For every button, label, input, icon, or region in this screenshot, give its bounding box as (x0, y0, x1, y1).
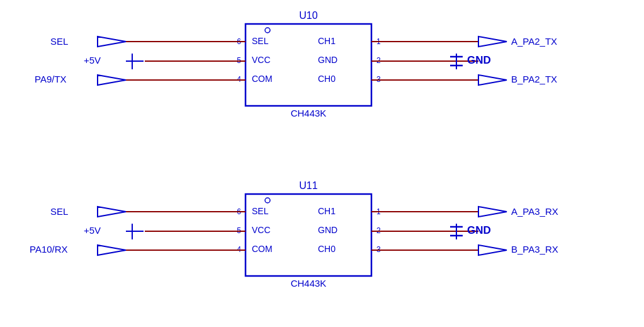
u10-chip-label: CH443K (291, 108, 327, 118)
u11-label: U11 (299, 180, 317, 191)
u10-gnd-text: GND (467, 54, 491, 66)
u11-chip-label: CH443K (291, 278, 327, 289)
u10-pin-gnd: GND (318, 55, 337, 65)
u11-sel-label: SEL (50, 206, 68, 217)
u10-pin-ch0: CH0 (318, 74, 336, 84)
u11-gnd-text: GND (467, 224, 491, 236)
u11-apa3rx-label: A_PA3_RX (511, 206, 558, 217)
u10-pa9tx-label: PA9/TX (35, 74, 67, 84)
u10-pin-sel: SEL (252, 36, 269, 46)
u11-pa10rx-label: PA10/RX (30, 244, 68, 255)
u10-bpa2tx-label: B_PA2_TX (511, 74, 557, 84)
u11-pin-com: COM (252, 244, 273, 254)
u10-label: U10 (299, 10, 317, 21)
u10-apa2tx-label: A_PA2_TX (511, 36, 557, 47)
u10-pin-ch1: CH1 (318, 36, 336, 46)
u10-5v-label: +5V (84, 55, 101, 66)
u10-pin-com: COM (252, 74, 273, 84)
u10-sel-label: SEL (50, 36, 68, 47)
u11-pin-ch1: CH1 (318, 206, 336, 216)
u11-5v-label: +5V (84, 225, 101, 236)
u11-pin-vcc: VCC (252, 225, 271, 235)
u11-pin-gnd: GND (318, 225, 337, 235)
u11-pin-sel: SEL (252, 206, 269, 216)
u11-pin-ch0: CH0 (318, 244, 336, 254)
u11-bpa3rx-label: B_PA3_RX (511, 244, 558, 255)
u10-pin-vcc: VCC (252, 55, 271, 65)
